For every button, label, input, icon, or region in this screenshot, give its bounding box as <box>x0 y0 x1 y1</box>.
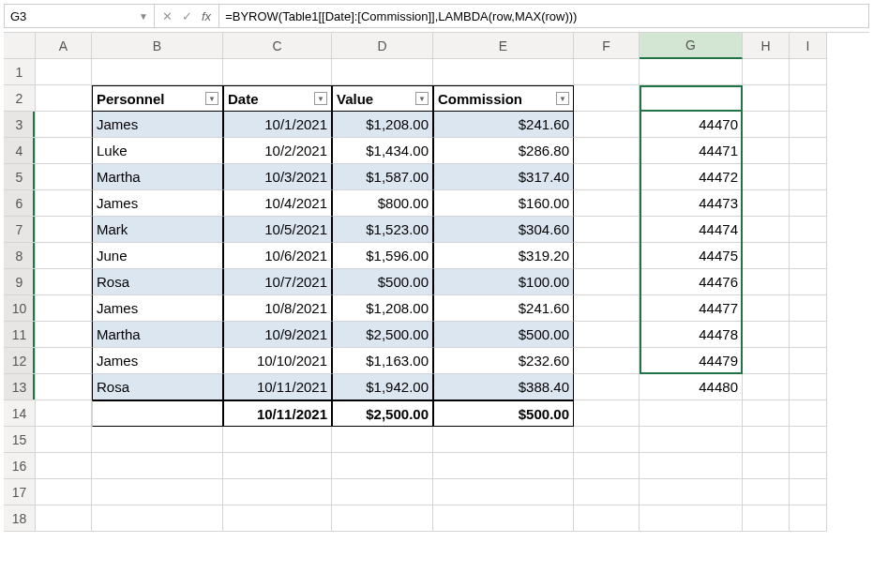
cell-C8[interactable]: 10/6/2021 <box>223 243 332 269</box>
cell-E9[interactable]: $100.00 <box>433 269 574 295</box>
cell-empty[interactable] <box>790 59 827 85</box>
col-header-H[interactable]: H <box>743 33 790 59</box>
confirm-icon[interactable]: ✓ <box>182 9 192 23</box>
cell-G3[interactable]: 44470 <box>640 112 743 138</box>
row-header-3[interactable]: 3 <box>4 112 36 138</box>
cell-C13[interactable]: 10/11/2021 <box>223 374 332 400</box>
cell-G10[interactable]: 44477 <box>640 295 743 322</box>
cell-I10[interactable] <box>790 295 827 322</box>
cell-G7[interactable]: 44474 <box>640 217 743 243</box>
row-header-2[interactable]: 2 <box>4 85 36 112</box>
cell-A6[interactable] <box>36 190 92 217</box>
row-header-1[interactable]: 1 <box>4 59 36 85</box>
cell-H4[interactable] <box>743 138 790 164</box>
cell-F4[interactable] <box>574 138 640 164</box>
cell-empty[interactable] <box>92 59 223 85</box>
cell-F12[interactable] <box>574 348 640 374</box>
cell-blank[interactable] <box>36 505 92 532</box>
cell-D3[interactable]: $1,208.00 <box>332 112 433 138</box>
cell-D10[interactable]: $1,208.00 <box>332 295 433 322</box>
cell-E11[interactable]: $500.00 <box>433 322 574 348</box>
cell-D8[interactable]: $1,596.00 <box>332 243 433 269</box>
cell-I11[interactable] <box>790 322 827 348</box>
row-header-17[interactable]: 17 <box>4 479 36 505</box>
cell-B4[interactable]: Luke <box>92 138 223 164</box>
cell-F5[interactable] <box>574 164 640 190</box>
cell-F10[interactable] <box>574 295 640 322</box>
cell-C14[interactable]: 10/11/2021 <box>223 400 332 427</box>
cell-H2[interactable] <box>743 85 790 112</box>
cell-D11[interactable]: $2,500.00 <box>332 322 433 348</box>
row-header-7[interactable]: 7 <box>4 217 36 243</box>
table-header-e[interactable]: Commission <box>433 85 574 112</box>
cell-blank[interactable] <box>574 427 640 453</box>
cell-empty[interactable] <box>332 59 433 85</box>
cell-E12[interactable]: $232.60 <box>433 348 574 374</box>
cell-C11[interactable]: 10/9/2021 <box>223 322 332 348</box>
cell-empty[interactable] <box>433 59 574 85</box>
cell-I3[interactable] <box>790 112 827 138</box>
cell-G11[interactable]: 44478 <box>640 322 743 348</box>
cell-blank[interactable] <box>574 505 640 532</box>
cell-E5[interactable]: $317.40 <box>433 164 574 190</box>
cell-B13[interactable]: Rosa <box>92 374 223 400</box>
cell-H8[interactable] <box>743 243 790 269</box>
cell-blank[interactable] <box>332 453 433 479</box>
cell-G12[interactable]: 44479 <box>640 348 743 374</box>
row-header-16[interactable]: 16 <box>4 453 36 479</box>
cell-F7[interactable] <box>574 217 640 243</box>
cell-blank[interactable] <box>223 427 332 453</box>
cell-blank[interactable] <box>640 479 743 505</box>
cell-B10[interactable]: James <box>92 295 223 322</box>
cell-blank[interactable] <box>640 505 743 532</box>
cell-C10[interactable]: 10/8/2021 <box>223 295 332 322</box>
cell-blank[interactable] <box>743 453 790 479</box>
cell-I9[interactable] <box>790 269 827 295</box>
cell-empty[interactable] <box>574 59 640 85</box>
row-header-18[interactable]: 18 <box>4 505 36 532</box>
cell-G13[interactable]: 44480 <box>640 374 743 400</box>
col-header-G[interactable]: G <box>640 33 743 59</box>
row-header-12[interactable]: 12 <box>4 348 36 374</box>
cell-A11[interactable] <box>36 322 92 348</box>
row-header-4[interactable]: 4 <box>4 138 36 164</box>
cell-I13[interactable] <box>790 374 827 400</box>
cell-blank[interactable] <box>574 453 640 479</box>
cell-A8[interactable] <box>36 243 92 269</box>
cell-empty[interactable] <box>36 59 92 85</box>
cell-H3[interactable] <box>743 112 790 138</box>
col-header-I[interactable]: I <box>790 33 827 59</box>
cell-B14[interactable] <box>92 400 223 427</box>
cell-empty[interactable] <box>640 59 743 85</box>
cell-A4[interactable] <box>36 138 92 164</box>
col-header-B[interactable]: B <box>92 33 223 59</box>
row-header-5[interactable]: 5 <box>4 164 36 190</box>
row-header-9[interactable]: 9 <box>4 269 36 295</box>
row-header-6[interactable]: 6 <box>4 190 36 217</box>
cell-blank[interactable] <box>92 453 223 479</box>
cell-D12[interactable]: $1,163.00 <box>332 348 433 374</box>
cell-F13[interactable] <box>574 374 640 400</box>
filter-dropdown-icon[interactable] <box>415 92 429 105</box>
table-header-d[interactable]: Value <box>332 85 433 112</box>
cell-blank[interactable] <box>36 453 92 479</box>
cell-blank[interactable] <box>743 479 790 505</box>
cell-H7[interactable] <box>743 217 790 243</box>
cell-F2[interactable] <box>574 85 640 112</box>
cell-E8[interactable]: $319.20 <box>433 243 574 269</box>
row-header-13[interactable]: 13 <box>4 374 36 400</box>
col-header-D[interactable]: D <box>332 33 433 59</box>
cell-I6[interactable] <box>790 190 827 217</box>
cell-H13[interactable] <box>743 374 790 400</box>
cell-H6[interactable] <box>743 190 790 217</box>
cell-blank[interactable] <box>332 427 433 453</box>
cell-H9[interactable] <box>743 269 790 295</box>
filter-dropdown-icon[interactable] <box>556 92 569 105</box>
row-header-15[interactable]: 15 <box>4 427 36 453</box>
table-header-c[interactable]: Date <box>223 85 332 112</box>
cell-blank[interactable] <box>640 453 743 479</box>
cell-C7[interactable]: 10/5/2021 <box>223 217 332 243</box>
cell-F6[interactable] <box>574 190 640 217</box>
cell-blank[interactable] <box>332 479 433 505</box>
cell-H10[interactable] <box>743 295 790 322</box>
